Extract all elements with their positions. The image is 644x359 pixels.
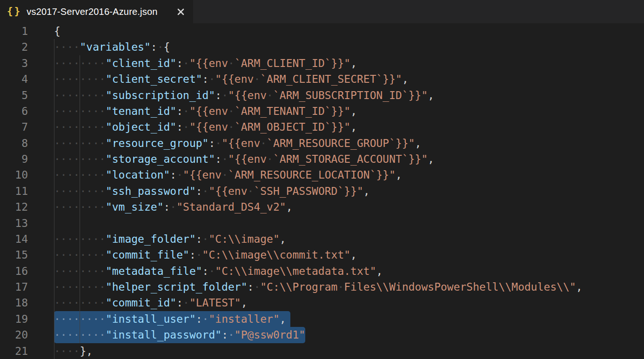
code-line[interactable]: 20········"install_password":·"P@ssw0rd1… — [0, 327, 644, 343]
whitespace-dot: · — [60, 345, 67, 357]
line-number[interactable]: 6 — [0, 103, 28, 119]
code-line[interactable]: 14········"image_folder":·"C:\\image", — [0, 231, 644, 247]
line-number[interactable]: 20 — [0, 327, 28, 343]
code-line[interactable]: 18········"commit_id":·"LATEST", — [0, 295, 644, 311]
code-line[interactable]: 6········"tenant_id":·"{{env·`ARM_TENANT… — [0, 103, 644, 119]
line-content[interactable]: ········"commit_id":·"LATEST", — [54, 295, 644, 311]
line-content[interactable]: ········"subscription_id":·"{{env·`ARM_S… — [54, 87, 644, 103]
code-line[interactable]: 9········"storage_account":·"{{env·`ARM_… — [0, 151, 644, 167]
line-content[interactable]: ········"image_folder":·"C:\\image", — [54, 231, 644, 247]
line-content[interactable]: ····"variables":·{ — [54, 39, 644, 55]
line-number[interactable]: 19 — [0, 311, 28, 327]
token-string: "LATEST" — [189, 297, 241, 309]
line-number[interactable]: 1 — [0, 23, 28, 39]
line-number[interactable]: 17 — [0, 279, 28, 295]
code-line[interactable]: 21····}, — [0, 343, 644, 359]
code-line[interactable]: 10········"location":·"{{env·`ARM_RESOUR… — [0, 167, 644, 183]
line-content[interactable]: ········"vm_size":·"Standard_DS4_v2", — [54, 199, 644, 215]
whitespace-dot: · — [80, 169, 86, 181]
code-line[interactable]: 7········"object_id":·"{{env·`ARM_OBJECT… — [0, 119, 644, 135]
whitespace-dot: · — [80, 105, 86, 117]
line-content[interactable] — [54, 215, 644, 231]
line-number[interactable]: 3 — [0, 55, 28, 71]
line-number[interactable]: 21 — [0, 343, 28, 359]
line-content[interactable]: ········"client_id":·"{{env·`ARM_CLIENT_… — [54, 55, 644, 71]
whitespace-dot: · — [99, 329, 106, 341]
token-key: "subscription_id" — [106, 89, 215, 101]
whitespace-dot: · — [67, 137, 74, 149]
tab-vs2017-server2016-azure[interactable]: {} vs2017-Server2016-Azure.json — [0, 0, 193, 23]
code-line[interactable]: 17········"helper_script_folder":·"C:\\P… — [0, 279, 644, 295]
whitespace-dot: · — [67, 169, 74, 181]
token-whitespace: · — [196, 249, 202, 261]
line-content[interactable]: ········"object_id":·"{{env·`ARM_OBJECT_… — [54, 119, 644, 135]
line-number[interactable]: 10 — [0, 167, 28, 183]
line-content[interactable]: ········"resource_group":·"{{env·`ARM_RE… — [54, 135, 644, 151]
whitespace-dot: · — [99, 313, 106, 325]
whitespace-dot: · — [54, 41, 60, 53]
whitespace-dot: · — [60, 137, 67, 149]
code-line[interactable]: 5········"subscription_id":·"{{env·`ARM_… — [0, 87, 644, 103]
token-whitespace: · — [170, 201, 176, 213]
line-content[interactable]: ········"ssh_password":·"{{env·`SSH_PASS… — [54, 183, 644, 199]
line-number[interactable]: 9 — [0, 151, 28, 167]
code-line[interactable]: 8········"resource_group":·"{{env·`ARM_R… — [0, 135, 644, 151]
line-number[interactable]: 12 — [0, 199, 28, 215]
whitespace-dot: · — [67, 249, 74, 261]
json-file-icon: {} — [7, 6, 21, 17]
line-number[interactable]: 8 — [0, 135, 28, 151]
line-content[interactable]: ········"location":·"{{env·`ARM_RESOURCE… — [54, 167, 644, 183]
tab-close-button[interactable] — [174, 6, 187, 18]
code-line[interactable]: 15········"commit_file":·"C:\\image\\com… — [0, 247, 644, 263]
line-content[interactable]: ········"storage_account":·"{{env·`ARM_S… — [54, 151, 644, 167]
line-content[interactable]: ····}, — [54, 343, 644, 359]
line-content[interactable]: ········"install_password":·"P@ssw0rd1" — [54, 327, 644, 343]
whitespace-dot: · — [60, 185, 67, 197]
line-content[interactable]: ········"commit_file":·"C:\\image\\commi… — [54, 247, 644, 263]
line-number[interactable]: 4 — [0, 71, 28, 87]
code-line[interactable]: 2····"variables":·{ — [0, 39, 644, 55]
line-content[interactable]: ········"client_secret":·"{{env·`ARM_CLI… — [54, 71, 644, 87]
line-number[interactable]: 13 — [0, 215, 28, 231]
whitespace-dot: · — [93, 153, 99, 165]
line-content[interactable]: ········"metadata_file":·"C:\\image\\met… — [54, 263, 644, 279]
token-punctuation: , — [280, 313, 286, 325]
line-number[interactable]: 7 — [0, 119, 28, 135]
whitespace-dot: · — [60, 297, 67, 309]
code-line[interactable]: 16········"metadata_file":·"C:\\image\\m… — [0, 263, 644, 279]
token-whitespace: · — [208, 73, 215, 85]
whitespace-dot: · — [74, 105, 80, 117]
code-line[interactable]: 1{ — [0, 23, 644, 39]
token-whitespace: · — [221, 153, 228, 165]
line-number[interactable]: 2 — [0, 39, 28, 55]
code-line[interactable]: 12········"vm_size":·"Standard_DS4_v2", — [0, 199, 644, 215]
token-key: "ssh_password" — [106, 185, 196, 197]
code-line[interactable]: 4········"client_secret":·"{{env·`ARM_CL… — [0, 71, 644, 87]
line-content[interactable]: { — [54, 23, 644, 39]
token-key: "location" — [106, 169, 170, 181]
code-line[interactable]: 3········"client_id":·"{{env·`ARM_CLIENT… — [0, 55, 644, 71]
line-content[interactable]: ········"helper_script_folder":·"C:\\Pro… — [54, 279, 644, 295]
line-number[interactable]: 18 — [0, 295, 28, 311]
token-punctuation: : — [208, 137, 215, 149]
code-area[interactable]: 1{2····"variables":·{3········"client_id… — [0, 23, 644, 359]
token-punctuation: , — [286, 201, 293, 213]
line-number[interactable]: 14 — [0, 231, 28, 247]
code-line[interactable]: 11········"ssh_password":·"{{env·`SSH_PA… — [0, 183, 644, 199]
line-number[interactable]: 16 — [0, 263, 28, 279]
whitespace-dot: · — [86, 153, 93, 165]
whitespace-dot: · — [99, 201, 106, 213]
whitespace-dot: · — [93, 233, 99, 245]
line-content[interactable]: ········"install_user":·"installer", — [54, 311, 644, 327]
code-line[interactable]: 19········"install_user":·"installer", — [0, 311, 644, 327]
line-number[interactable]: 11 — [0, 183, 28, 199]
whitespace-dot: · — [67, 281, 74, 293]
whitespace-dot: · — [337, 281, 344, 293]
token-punctuation: , — [280, 233, 286, 245]
token-whitespace: ········ — [54, 201, 106, 213]
line-content[interactable]: ········"tenant_id":·"{{env·`ARM_TENANT_… — [54, 103, 644, 119]
whitespace-dot: · — [86, 265, 93, 277]
line-number[interactable]: 5 — [0, 87, 28, 103]
code-line[interactable]: 13 — [0, 215, 644, 231]
line-number[interactable]: 15 — [0, 247, 28, 263]
